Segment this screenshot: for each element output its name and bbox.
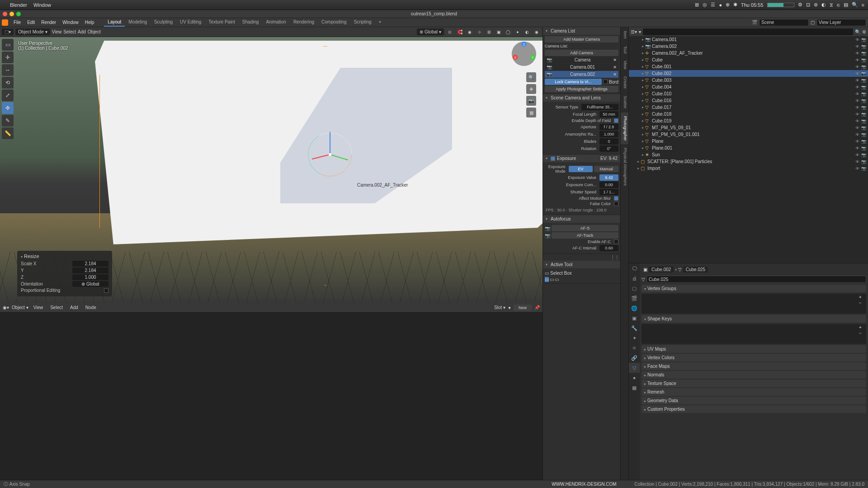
ptab-material[interactable]: ●	[629, 373, 640, 383]
sh-menu-view[interactable]: View	[31, 304, 46, 311]
outliner-type[interactable]: ☰▾	[631, 29, 637, 34]
camera-item[interactable]: 📷Camera.001✕	[545, 64, 618, 70]
shading-matpre[interactable]: ◐	[523, 28, 531, 36]
menubar-icon[interactable]: ≡	[862, 2, 864, 8]
menubar-icon[interactable]: ⚙	[798, 2, 802, 8]
3d-viewport[interactable]: ⬚▾ Object Mode ▾ View Select Add Object …	[0, 27, 542, 303]
sh-menu-node[interactable]: Node	[83, 304, 99, 311]
sec-remesh[interactable]: Remesh	[642, 388, 866, 396]
outliner-row[interactable]: ▸▽Cube.019👁📷	[629, 117, 868, 124]
sec-shape-keys[interactable]: Shape Keys	[642, 315, 866, 323]
sk-add[interactable]: +	[859, 325, 865, 330]
af-track-button[interactable]: AF-Track	[552, 232, 618, 239]
tab-scripting[interactable]: Scripting	[350, 18, 375, 27]
sec-normals[interactable]: Normals	[642, 371, 866, 379]
npanel-tab-item[interactable]: Item	[621, 27, 628, 42]
anamorphic-value[interactable]: 1.000	[599, 131, 618, 137]
outliner-row[interactable]: ▸📷Camera.002👁📷	[629, 43, 868, 50]
tab-layout[interactable]: Layout	[104, 18, 125, 27]
menubar-icon[interactable]: ⊡	[806, 2, 810, 8]
npanel-tab-scatter[interactable]: Scatter	[621, 92, 628, 113]
ptab-world[interactable]: 🌐	[629, 303, 640, 313]
orientation-dropdown[interactable]: ⊕ Global ▾	[417, 28, 444, 35]
camera-item[interactable]: 📷Camera✕	[545, 56, 618, 63]
npanel-tab-create[interactable]: Create	[621, 73, 628, 92]
autofocus-header[interactable]: Autofocus	[543, 215, 620, 223]
ptab-mesh-data[interactable]: ▽	[629, 363, 640, 373]
menubar-icon[interactable]: ◐	[821, 2, 826, 8]
sensor-dropdown[interactable]: Fullframe 35...	[581, 104, 618, 110]
tab-shading[interactable]: Shading	[239, 18, 263, 27]
outliner-row[interactable]: ▸▽Cube.018👁📷	[629, 111, 868, 117]
menubar-icon[interactable]: ▤	[844, 2, 848, 8]
ptab-particles[interactable]: ✦	[629, 333, 640, 343]
close-icon[interactable]	[3, 12, 7, 16]
tool-measure[interactable]: 📏	[2, 127, 14, 139]
op-title[interactable]: Resize	[21, 253, 108, 259]
nav-persp-icon[interactable]: ▦	[526, 108, 536, 117]
exp-comp-value[interactable]: 0.00	[599, 182, 618, 188]
select-new[interactable]: ▭	[545, 277, 549, 282]
material-browse[interactable]: ●	[508, 305, 511, 310]
scale-y-value[interactable]: 2.184	[72, 267, 108, 273]
vp-menu-add[interactable]: Add	[78, 29, 86, 34]
nav-gizmo[interactable]: Z X Y	[511, 41, 537, 67]
menubar-icon[interactable]: ⊕	[726, 2, 730, 8]
exposure-value[interactable]: 9.42	[599, 174, 618, 181]
close-icon[interactable]: ✕	[613, 72, 617, 77]
ptab-object[interactable]: ▣	[629, 313, 640, 323]
tab-sculpting[interactable]: Sculpting	[151, 18, 176, 27]
ptab-modifier[interactable]: 🔧	[629, 323, 640, 333]
outliner-row[interactable]: ▸▽Cube.003👁📷	[629, 77, 868, 84]
sk-remove[interactable]: −	[859, 331, 865, 336]
nav-zoom-icon[interactable]: 🔍	[526, 72, 536, 82]
outliner-row[interactable]: ▸▽Plane👁📷	[629, 138, 868, 145]
exp-mode-manual[interactable]: Manual	[594, 166, 618, 172]
shading-wire[interactable]: ◯	[504, 28, 512, 36]
traffic-lights[interactable]	[3, 12, 21, 16]
apply-photographer-button[interactable]: Apply Photographer Settings	[545, 86, 618, 92]
outliner-row[interactable]: ▸▽Cube.004👁📷	[629, 84, 868, 90]
menubar-icon[interactable]: ●	[719, 2, 722, 8]
vg-add[interactable]: +	[859, 295, 865, 300]
menu-render[interactable]: Render	[38, 19, 59, 26]
panel-options-icon[interactable]: ⋮⋮	[610, 255, 619, 260]
outliner-row[interactable]: ▸✛Camera.002_AF_Tracker👁📷	[629, 50, 868, 56]
menubar-icon[interactable]: ◎	[703, 2, 707, 8]
nav-pan-icon[interactable]: ✥	[526, 84, 536, 94]
outliner-row[interactable]: ▸▽Cube.010👁📷	[629, 90, 868, 97]
xray-toggle[interactable]: ▣	[495, 28, 503, 36]
minimize-icon[interactable]	[9, 12, 14, 16]
tool-cursor[interactable]: ✛	[2, 52, 14, 63]
outliner-row[interactable]: ▸▽Plane.001👁📷	[629, 145, 868, 151]
wifi-icon[interactable]: ⊚	[814, 2, 818, 8]
sec-vertex-groups[interactable]: Vertex Groups	[642, 285, 866, 292]
sec-custom-props[interactable]: Custom Properties	[642, 405, 866, 413]
tab-animation[interactable]: Animation	[262, 18, 289, 27]
npanel-tab-atmosphere[interactable]: Physical Atmosphere	[621, 144, 628, 189]
overlay-toggle[interactable]: ⊞	[485, 28, 493, 36]
tab-uv[interactable]: UV Editing	[176, 18, 205, 27]
menu-file[interactable]: File	[11, 19, 24, 26]
proportional-icon[interactable]: ◉	[466, 28, 474, 36]
outliner-search[interactable]	[643, 28, 853, 35]
bord-checkbox[interactable]	[603, 80, 608, 84]
tool-rotate[interactable]: ⟲	[2, 77, 14, 89]
dof-checkbox[interactable]	[614, 118, 618, 123]
mesh-name-input[interactable]	[646, 276, 866, 283]
rotation-value[interactable]: 0°	[599, 145, 618, 152]
ptab-scene[interactable]: 🎬	[629, 293, 640, 303]
orient-value[interactable]: ⊕ Global	[72, 281, 108, 287]
sec-face-maps[interactable]: Face Maps	[642, 362, 866, 370]
menubar-icon[interactable]: ⧖	[830, 2, 833, 8]
shutter-value[interactable]: 1 / 1...	[599, 189, 618, 195]
false-color-checkbox[interactable]	[614, 202, 618, 206]
close-icon[interactable]: ✕	[613, 65, 617, 70]
shader-type[interactable]: Object ▾	[12, 305, 28, 310]
motion-blur-checkbox[interactable]	[614, 196, 618, 201]
menubar-icon[interactable]: ☰	[711, 2, 715, 8]
menubar-icon[interactable]: ⎋	[837, 2, 840, 8]
pivot-icon[interactable]: ⊙	[446, 28, 454, 36]
tool-transform[interactable]: ✥	[2, 102, 14, 114]
pin-icon[interactable]: 📌	[534, 305, 540, 310]
